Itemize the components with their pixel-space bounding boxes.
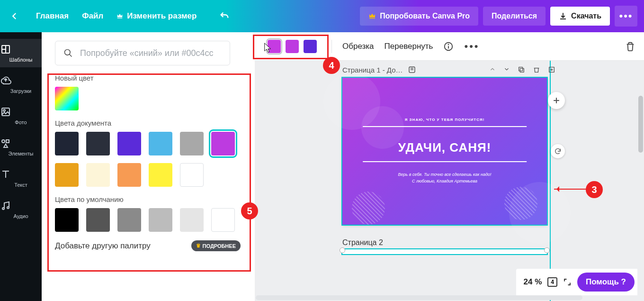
color-swatch[interactable]	[211, 208, 235, 232]
home-link[interactable]: Главная	[36, 11, 69, 21]
photo-icon	[0, 106, 42, 118]
page-indicator[interactable]: 4	[547, 277, 557, 287]
sidebar-item-text[interactable]: Текст	[0, 164, 42, 192]
page-down-icon[interactable]	[503, 66, 510, 73]
search-icon	[63, 48, 73, 58]
color-swatch[interactable]	[117, 132, 141, 155]
svg-point-14	[448, 44, 449, 45]
sidebar-item-uploads[interactable]: Загрузки	[0, 70, 42, 99]
top-bar-right: Попробовать Canva Pro Поделиться Скачать…	[360, 6, 637, 27]
canvas-text-small[interactable]: Я ЗНАЮ, ЧТО У ТЕБЯ ПОЛУЧИТСЯ!	[363, 118, 527, 122]
color-swatch[interactable]	[149, 208, 172, 232]
new-color-picker-swatch[interactable]	[55, 87, 79, 110]
color-swatch[interactable]	[55, 163, 79, 187]
svg-rect-17	[519, 67, 523, 71]
undo-button[interactable]	[219, 11, 230, 21]
canvas-text-sub-line2: С любовью, Клавдия Артемьева	[412, 179, 477, 183]
canvas-text-sub[interactable]: Верь в себя. Ты точно все сделаешь как н…	[363, 172, 527, 184]
document-colors-row	[55, 132, 245, 187]
zoom-value[interactable]: 24 %	[524, 277, 542, 287]
share-button[interactable]: Поделиться	[483, 7, 546, 26]
gradient-color-swatches	[263, 36, 321, 56]
horizontal-scrollbar[interactable]	[256, 295, 582, 300]
gradient-swatch[interactable]	[304, 40, 317, 53]
gradient-swatch[interactable]	[286, 40, 299, 53]
color-swatch[interactable]	[55, 132, 79, 155]
add-page-floating-button[interactable]	[548, 92, 565, 109]
color-search-input[interactable]	[55, 41, 230, 65]
sidebar-label-uploads: Загрузки	[0, 88, 42, 94]
element-toolbar: Обрезка Перевернуть •••	[255, 32, 644, 61]
page-1-canvas[interactable]: Я ЗНАЮ, ЧТО У ТЕБЯ ПОЛУЧИТСЯ! УДАЧИ, САН…	[342, 78, 547, 225]
sync-floating-button[interactable]	[551, 144, 565, 158]
canvas-rule	[363, 126, 527, 127]
color-swatch[interactable]	[180, 132, 204, 155]
default-colors-row	[55, 208, 245, 232]
color-swatch[interactable]	[149, 163, 172, 187]
color-swatch[interactable]	[86, 163, 110, 187]
resize-button[interactable]: Изменить размер	[116, 11, 197, 21]
status-bar: 24 % 4 Помощь ?	[516, 269, 637, 295]
page-1-header: Страница 1 - До…	[342, 65, 555, 74]
color-swatch[interactable]	[211, 132, 235, 155]
selection-handle[interactable]	[544, 247, 550, 253]
toolbar-more-button[interactable]: •••	[464, 40, 479, 53]
page-duplicate-icon[interactable]	[518, 66, 525, 73]
workspace: Обрезка Перевернуть ••• Страница 1 - До…	[255, 32, 644, 301]
sidebar-item-audio[interactable]: Аудио	[0, 195, 42, 224]
audio-icon	[0, 200, 42, 211]
flip-button[interactable]: Перевернуть	[385, 42, 433, 51]
left-sidebar: Шаблоны Загрузки Фото Элементы Текст	[0, 32, 42, 301]
sidebar-item-elements[interactable]: Элементы	[0, 133, 42, 161]
toolbar-divider	[331, 40, 332, 53]
back-button[interactable]	[7, 8, 23, 24]
crop-button[interactable]: Обрезка	[342, 42, 374, 51]
fullscreen-button[interactable]	[563, 278, 572, 286]
palette-more-button[interactable]: ♛ ПОДРОБНЕЕ	[191, 240, 241, 251]
sidebar-item-templates[interactable]: Шаблоны	[0, 39, 42, 67]
svg-rect-6	[6, 140, 9, 143]
svg-point-8	[2, 208, 4, 210]
sidebar-label-audio: Аудио	[0, 213, 42, 219]
canvas-text-sub-line1: Верь в себя. Ты точно все сделаешь как н…	[398, 172, 491, 177]
canvas-text-heading[interactable]: УДАЧИ, САНЯ!	[363, 140, 527, 155]
color-swatch[interactable]	[117, 208, 141, 232]
templates-icon	[0, 44, 42, 55]
page-delete-icon[interactable]	[533, 66, 540, 73]
color-swatch[interactable]	[180, 163, 204, 187]
try-canva-pro-label: Попробовать Canva Pro	[380, 12, 470, 20]
delete-button[interactable]	[625, 41, 635, 52]
page-up-icon[interactable]	[489, 66, 496, 73]
sidebar-label-photo: Фото	[0, 119, 42, 125]
vertical-scrollbar[interactable]	[638, 96, 643, 153]
color-swatch[interactable]	[55, 208, 79, 232]
page-notes-icon[interactable]	[408, 65, 416, 74]
help-button[interactable]: Помощь ?	[577, 273, 635, 292]
info-icon[interactable]	[443, 41, 454, 52]
try-canva-pro-button[interactable]: Попробовать Canva Pro	[360, 7, 478, 26]
color-swatch[interactable]	[86, 208, 110, 232]
selection-handle[interactable]	[340, 247, 345, 253]
color-swatch[interactable]	[117, 163, 141, 187]
page-1-container: Страница 1 - До…	[342, 65, 555, 225]
svg-marker-7	[4, 144, 8, 147]
svg-rect-16	[520, 68, 524, 72]
page-add-icon[interactable]	[548, 66, 555, 73]
svg-point-5	[2, 140, 5, 143]
sidebar-label-elements: Элементы	[0, 151, 42, 156]
color-swatch[interactable]	[180, 208, 204, 232]
decoration-stripes	[352, 192, 385, 225]
canvas-area[interactable]: Страница 1 - До…	[255, 61, 644, 301]
add-palette-link[interactable]: Добавьте другую палитру	[55, 241, 151, 251]
color-swatch[interactable]	[86, 132, 110, 155]
page-2-canvas-edge[interactable]	[342, 249, 547, 254]
sidebar-item-photo[interactable]: Фото	[0, 101, 42, 130]
text-icon	[0, 169, 42, 180]
gradient-swatch[interactable]	[268, 40, 281, 53]
download-button[interactable]: Скачать	[550, 7, 610, 26]
decoration-stripes	[504, 187, 537, 220]
file-menu[interactable]: Файл	[82, 11, 103, 21]
more-menu-button[interactable]: •••	[615, 6, 637, 27]
download-label: Скачать	[571, 12, 601, 20]
color-swatch[interactable]	[149, 132, 172, 155]
